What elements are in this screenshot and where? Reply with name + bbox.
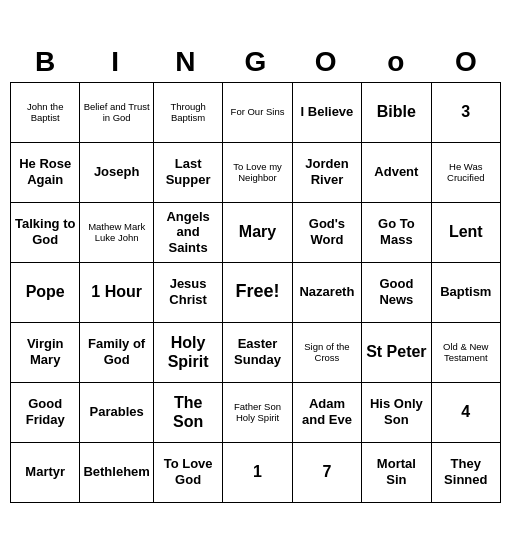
bingo-cell-46: 7 [293,443,362,503]
bingo-cell-30: Holy Spirit [154,323,223,383]
bingo-cell-5: Bible [362,83,431,143]
bingo-cell-1: Belief and Trust in God [80,83,153,143]
bingo-cell-19: Go To Mass [362,203,431,263]
header-cell-o: o [361,42,431,82]
header-cell-N: N [150,42,220,82]
bingo-cell-15: Mathew Mark Luke John [80,203,153,263]
bingo-cell-10: To Love my Neighbor [223,143,292,203]
bingo-cell-9: Last Supper [154,143,223,203]
header-cell-B: B [10,42,80,82]
bingo-cell-11: Jorden River [293,143,362,203]
bingo-cell-47: Mortal Sin [362,443,431,503]
bingo-cell-32: Sign of the Cross [293,323,362,383]
bingo-cell-23: Jesus Christ [154,263,223,323]
bingo-card: BINGOoO John the BaptistBelief and Trust… [0,32,511,513]
bingo-cell-31: Easter Sunday [223,323,292,383]
bingo-cell-45: 1 [223,443,292,503]
bingo-cell-16: Angels and Saints [154,203,223,263]
bingo-cell-22: 1 Hour [80,263,153,323]
bingo-cell-3: For Our Sins [223,83,292,143]
bingo-cell-18: God's Word [293,203,362,263]
bingo-cell-7: He Rose Again [11,143,80,203]
bingo-cell-12: Advent [362,143,431,203]
bingo-cell-35: Good Friday [11,383,80,443]
bingo-cell-39: Adam and Eve [293,383,362,443]
bingo-cell-26: Good News [362,263,431,323]
bingo-cell-43: Bethlehem [80,443,153,503]
bingo-cell-40: His Only Son [362,383,431,443]
bingo-cell-8: Joseph [80,143,153,203]
bingo-cell-48: They Sinned [432,443,501,503]
bingo-cell-41: 4 [432,383,501,443]
bingo-cell-29: Family of God [80,323,153,383]
header-cell-O: O [431,42,501,82]
bingo-cell-27: Baptism [432,263,501,323]
header-cell-O: O [291,42,361,82]
bingo-cell-28: Virgin Mary [11,323,80,383]
bingo-cell-34: Old & New Testament [432,323,501,383]
bingo-cell-33: St Peter [362,323,431,383]
bingo-cell-17: Mary [223,203,292,263]
bingo-cell-42: Martyr [11,443,80,503]
bingo-grid: John the BaptistBelief and Trust in GodT… [10,82,501,503]
bingo-cell-14: Talking to God [11,203,80,263]
bingo-cell-24: Free! [223,263,292,323]
bingo-cell-4: I Believe [293,83,362,143]
bingo-cell-20: Lent [432,203,501,263]
header-cell-G: G [220,42,290,82]
bingo-cell-13: He Was Crucified [432,143,501,203]
bingo-cell-0: John the Baptist [11,83,80,143]
bingo-cell-44: To Love God [154,443,223,503]
bingo-cell-36: Parables [80,383,153,443]
bingo-cell-25: Nazareth [293,263,362,323]
bingo-header: BINGOoO [10,42,501,82]
bingo-cell-2: Through Baptism [154,83,223,143]
bingo-cell-6: 3 [432,83,501,143]
bingo-cell-37: The Son [154,383,223,443]
bingo-cell-21: Pope [11,263,80,323]
header-cell-I: I [80,42,150,82]
bingo-cell-38: Father Son Holy Spirit [223,383,292,443]
